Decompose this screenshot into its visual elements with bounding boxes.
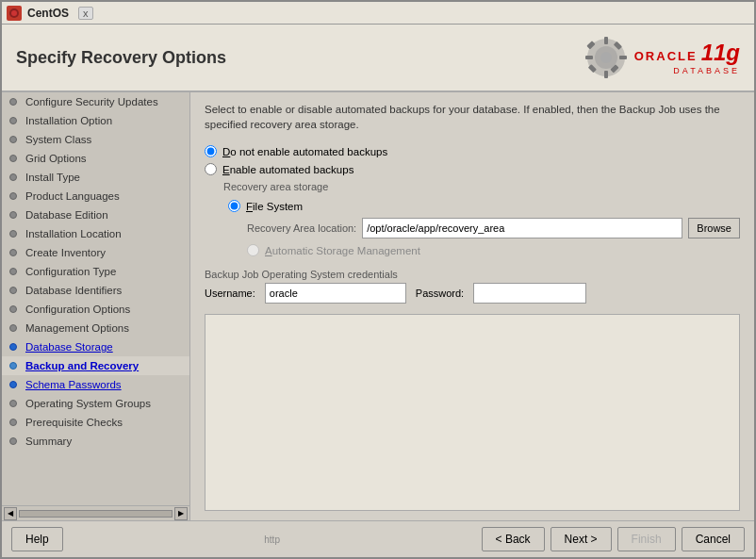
file-system-radio[interactable]: [228, 200, 240, 212]
gear-icon: [583, 34, 630, 81]
browse-button[interactable]: Browse: [688, 218, 740, 238]
oracle-label: ORACLE: [634, 49, 698, 63]
no-backup-option[interactable]: Do not enable automated backups: [205, 145, 740, 157]
recovery-location-input[interactable]: [362, 218, 682, 238]
sidebar-item-label: Installation Location: [25, 228, 122, 239]
svg-rect-5: [604, 37, 608, 44]
sidebar-item-management-options[interactable]: Management Options: [2, 319, 189, 337]
recovery-location-row: Recovery Area location: Browse: [247, 218, 740, 238]
oracle-logo: ORACLE 11g DATABASE: [634, 40, 740, 75]
sidebar-dot: [9, 287, 17, 294]
sidebar-item-system-class[interactable]: System Class: [2, 130, 189, 149]
asm-rest: utomatic Storage Management: [272, 245, 420, 256]
sidebar-dot: [9, 230, 17, 238]
sidebar-item-configuration-type[interactable]: Configuration Type: [2, 262, 189, 281]
credentials-row: Username: Password:: [205, 283, 740, 304]
asm-radio[interactable]: [247, 244, 259, 256]
main-window: CentOS x Specify Recovery Options: [0, 0, 756, 559]
sidebar-item-label: Schema Passwords: [25, 379, 122, 390]
dialog-title: Specify Recovery Options: [16, 48, 226, 68]
sidebar-item-product-languages[interactable]: Product Languages: [2, 187, 189, 206]
sidebar-item-label: Install Type: [25, 172, 80, 183]
sidebar-item-label: Database Storage: [25, 341, 113, 353]
oracle-db-label: DATABASE: [673, 66, 740, 75]
sidebar-item-grid-options[interactable]: Grid Options: [2, 149, 189, 168]
centos-icon: [7, 6, 22, 21]
backup-options-group: Do not enable automated backups Enable a…: [205, 145, 740, 304]
enable-backup-radio[interactable]: [205, 163, 217, 175]
sidebar-item-label: Configuration Type: [25, 266, 116, 277]
sidebar-item-schema-passwords[interactable]: Schema Passwords: [2, 375, 189, 394]
svg-rect-8: [619, 56, 627, 59]
sidebar-item-label: Database Identifiers: [25, 285, 122, 296]
scroll-track: [19, 510, 173, 518]
dialog-header: Specify Recovery Options: [2, 25, 754, 92]
svg-point-1: [11, 10, 17, 16]
sidebar-item-operating-system-groups[interactable]: Operating System Groups: [2, 394, 189, 413]
sidebar-item-installation-option[interactable]: Installation Option: [2, 111, 189, 130]
sidebar-item-summary[interactable]: Summary: [2, 432, 189, 451]
sidebar-item-label: Prerequisite Checks: [25, 417, 123, 428]
sidebar-item-database-edition[interactable]: Database Edition: [2, 206, 189, 224]
sidebar-item-database-identifiers[interactable]: Database Identifiers: [2, 281, 189, 300]
sidebar-item-install-type[interactable]: Install Type: [2, 168, 189, 187]
dialog: Specify Recovery Options: [2, 25, 754, 557]
sidebar-item-installation-location[interactable]: Installation Location: [2, 224, 189, 243]
next-button[interactable]: Next >: [551, 527, 612, 551]
enable-backup-label-rest: nable automated backups: [230, 164, 354, 175]
file-system-label[interactable]: File System: [246, 201, 303, 212]
finish-button[interactable]: Finish: [617, 527, 676, 551]
sidebar-item-backup-and-recovery[interactable]: Backup and Recovery: [2, 356, 189, 375]
scroll-right-arrow[interactable]: ▶: [174, 507, 188, 520]
svg-point-4: [600, 52, 612, 63]
sidebar-item-create-inventory[interactable]: Create Inventory: [2, 243, 189, 262]
footer-left: Help: [11, 527, 63, 551]
sidebar-item-label: Management Options: [25, 322, 129, 334]
content-area: Configure Security Updates Installation …: [2, 92, 754, 520]
sidebar-dot: [9, 98, 17, 106]
cancel-button[interactable]: Cancel: [682, 527, 745, 551]
close-button[interactable]: x: [78, 7, 93, 20]
sidebar-item-database-storage[interactable]: Database Storage: [2, 337, 189, 356]
back-button[interactable]: < Back: [482, 527, 545, 551]
sidebar-dot: [9, 173, 17, 181]
no-backup-radio[interactable]: [205, 145, 217, 157]
sidebar-item-label: System Class: [25, 134, 91, 145]
sidebar-dot: [9, 117, 17, 124]
sidebar-item-label: Backup and Recovery: [25, 360, 139, 371]
enable-backup-label[interactable]: Enable automated backups: [222, 164, 353, 175]
recovery-area-storage-label: Recovery area storage: [223, 181, 740, 192]
credentials-section: Backup Job Operating System credentials …: [205, 268, 740, 304]
sidebar-item-label: Configuration Options: [25, 304, 130, 315]
password-label: Password:: [416, 288, 464, 299]
sidebar-dot: [9, 268, 17, 275]
sidebar-dot: [9, 192, 17, 200]
asm-label[interactable]: Automatic Storage Management: [265, 245, 420, 256]
sidebar-bottom-scrollbar[interactable]: ◀ ▶: [2, 505, 189, 520]
sidebar-dot: [9, 381, 17, 388]
no-backup-label[interactable]: Do not enable automated backups: [222, 146, 387, 157]
svg-rect-7: [585, 56, 593, 59]
footer-right: < Back Next > Finish Cancel: [482, 527, 745, 551]
sidebar-item-configuration-options[interactable]: Configuration Options: [2, 300, 189, 319]
file-system-option[interactable]: File System: [228, 200, 740, 212]
scroll-left-arrow[interactable]: ◀: [4, 507, 17, 520]
sidebar-item-configure-security[interactable]: Configure Security Updates: [2, 92, 189, 111]
sidebar-dot: [9, 249, 17, 256]
no-backup-label-rest: o not enable automated backups: [230, 146, 387, 157]
help-button[interactable]: Help: [11, 527, 63, 551]
titlebar: CentOS x: [2, 2, 754, 25]
sidebar-dot: [9, 136, 17, 143]
description-text: Select to enable or disable automated ba…: [205, 102, 740, 132]
sidebar-dot: [9, 155, 17, 162]
sidebar-dot: [9, 211, 17, 219]
password-input[interactable]: [473, 283, 586, 304]
username-input[interactable]: [265, 283, 406, 304]
svg-rect-6: [604, 71, 608, 78]
sidebar-item-prerequisite-checks[interactable]: Prerequisite Checks: [2, 413, 189, 432]
sidebar-scroll[interactable]: Configure Security Updates Installation …: [2, 92, 189, 505]
recovery-area-section: Recovery area storage File System Recove…: [223, 181, 740, 256]
sidebar-dot: [9, 362, 17, 370]
asm-option[interactable]: Automatic Storage Management: [247, 244, 740, 256]
enable-backup-option[interactable]: Enable automated backups: [205, 163, 740, 175]
